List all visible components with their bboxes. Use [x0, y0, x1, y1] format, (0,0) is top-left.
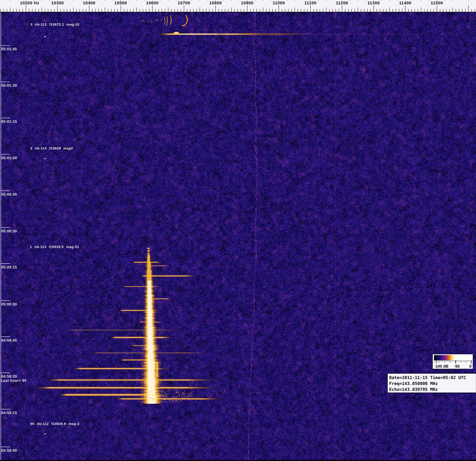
- detection-dash: [44, 434, 46, 434]
- freq-axis-label: 10400: [83, 1, 95, 5]
- time-axis-label: 05:00:45: [1, 192, 17, 196]
- freq-axis-label: 11000: [273, 1, 285, 5]
- time-axis-label: 05:00:30: [1, 229, 17, 233]
- colorbar-labels: -100 dB -50 0: [433, 364, 473, 368]
- colorbar-mid-label: -50: [454, 364, 460, 368]
- time-axis-label: 05:01:45: [1, 47, 17, 51]
- colorbar-ticks: [434, 360, 472, 364]
- detection-label-95: 95 nb-112 f10639.9 mag-2: [30, 422, 79, 426]
- colorbar-max-label: 0: [469, 364, 472, 368]
- time-axis-label: 05:00:00: [1, 302, 17, 307]
- time-axis-label: 04:59:30: [1, 374, 17, 379]
- time-axis-label: 05:01:15: [1, 120, 17, 124]
- time-axis-label: 05:00:15: [1, 265, 17, 269]
- freq-axis-label: 11500: [431, 1, 443, 5]
- freq-axis-label: 11200: [336, 1, 348, 5]
- info-freq: Freq=143.050000 MHz: [389, 381, 475, 386]
- freq-axis-label: 11400: [399, 1, 411, 5]
- freq-axis-label: 11100: [304, 1, 316, 5]
- freq-axis-label: 10200 Hz: [20, 1, 39, 5]
- last-hour-count: Last hour= 95: [1, 378, 26, 383]
- freq-axis-label: 10800: [209, 1, 222, 5]
- info-date-time: Date=2011-11-15 Time=05:02 UTC: [389, 375, 475, 381]
- freq-axis-label: 10900: [241, 1, 254, 5]
- freq-axis-label: 10700: [178, 1, 190, 5]
- detection-label-3: 3 nb-113 f10672.1 mag-32: [30, 22, 79, 26]
- detection-dash: [44, 36, 46, 37]
- freq-axis-label: 10300: [51, 1, 64, 5]
- status-info-box: Date=2011-11-15 Time=05:02 UTC Freq=143.…: [387, 373, 476, 393]
- time-axis-label: 04:59:00: [1, 448, 17, 453]
- colorbar-legend: -100 dB -50 0: [433, 354, 473, 369]
- colorbar-gradient: [434, 355, 472, 360]
- spectrogram-display: 10200 Hz10300104001050010600107001080010…: [0, 0, 476, 461]
- detection-label-2: 2 nb-114 f10628 mag0: [30, 146, 73, 150]
- info-echo: Echo=143.039795 MHz: [389, 386, 475, 393]
- time-axis-label: 04:59:45: [1, 338, 17, 342]
- freq-axis-label: 11300: [367, 1, 380, 5]
- detection-dash: [44, 158, 46, 159]
- time-axis-label: 05:01:30: [1, 83, 17, 88]
- freq-axis-label: 10500: [114, 1, 127, 5]
- time-axis-label: 04:59:15: [1, 411, 17, 415]
- freq-axis-label: 10600: [146, 1, 159, 5]
- colorbar-min-label: -100 dB: [434, 364, 448, 368]
- detection-label-1: 1 nb-113 f10639.9 mag-51: [30, 245, 79, 249]
- time-axis-label: 05:01:00: [1, 156, 17, 160]
